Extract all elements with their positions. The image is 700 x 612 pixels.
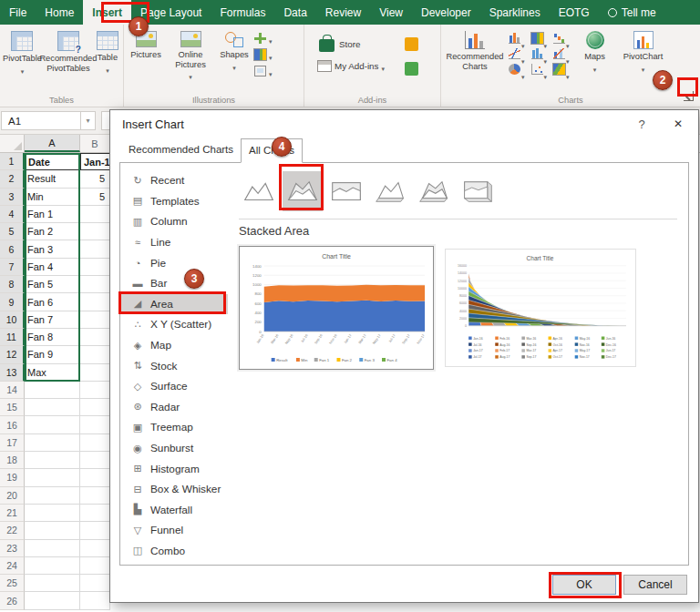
cell-column-b[interactable] (80, 399, 110, 416)
chart-type-item[interactable]: ◔ Pie (120, 252, 228, 273)
select-all-corner[interactable] (0, 135, 25, 152)
my-addins-button[interactable]: My Add-ins (317, 60, 385, 72)
chart-type-item[interactable]: ⊞ Histogram (120, 458, 228, 479)
chart-type-item[interactable]: ↻ Recent (120, 170, 228, 191)
cell-column-a[interactable]: Fan 4 (25, 259, 80, 276)
row-header[interactable]: 25 (0, 575, 25, 592)
cell-column-a[interactable] (25, 469, 80, 486)
row-header[interactable]: 16 (0, 416, 25, 434)
pivottable-button[interactable]: PivotTable (3, 28, 42, 73)
recommended-charts-button[interactable]: Recommended Charts (448, 28, 501, 71)
cell-column-a[interactable]: Fan 6 (25, 293, 80, 311)
chart-type-item[interactable]: ◫ Combo (120, 541, 228, 562)
cell-column-a[interactable]: Fan 3 (25, 240, 80, 258)
row-header[interactable]: 19 (0, 469, 25, 486)
chart-type-item[interactable]: ▙ Waterfall (120, 500, 228, 521)
cell-column-a[interactable] (25, 416, 80, 434)
cell-column-a[interactable]: Max (25, 364, 80, 382)
name-box[interactable]: A1 (1, 111, 81, 130)
cell-column-b[interactable] (80, 382, 110, 399)
row-header[interactable]: 4 (0, 206, 25, 223)
chart-type-item[interactable]: ◇ Surface (120, 376, 228, 397)
cancel-button[interactable]: Cancel (623, 575, 687, 595)
ribbon-tab[interactable]: Tell me (599, 0, 665, 25)
row-header[interactable]: 23 (0, 540, 25, 557)
cell-column-a[interactable]: Fan 5 (25, 276, 80, 293)
insert-surface-chart-button[interactable] (553, 64, 570, 75)
chart-type-item[interactable]: ≈ Line (120, 232, 228, 253)
recommended-pivottables-button[interactable]: Recommended PivotTables (44, 28, 93, 73)
chart-type-item[interactable]: ◢ Area (120, 294, 228, 315)
chart-type-item[interactable]: ▤ Templates (120, 191, 228, 212)
chart-type-item[interactable]: ⊟ Box & Whisker (120, 479, 228, 500)
cell-column-a[interactable] (25, 540, 80, 557)
3d-stacked-area-preview[interactable]: Chart Title02000400060008000100001200014… (445, 249, 636, 367)
screenshot-button[interactable] (254, 66, 273, 76)
store-button[interactable]: Store (317, 36, 385, 52)
cell-column-b[interactable] (80, 329, 110, 346)
cell-column-b[interactable] (80, 259, 110, 276)
cell-column-a[interactable]: Fan 1 (25, 206, 80, 223)
ribbon-tab[interactable]: Data (274, 0, 315, 25)
chart-type-item[interactable]: ◈ Map (120, 335, 228, 356)
insert-statistic-chart-button[interactable] (531, 48, 548, 59)
row-header[interactable]: 5 (0, 223, 25, 240)
insert-waterfall-chart-button[interactable] (553, 33, 570, 44)
row-header[interactable]: 11 (0, 329, 25, 346)
cell-column-a[interactable] (25, 382, 80, 399)
close-button[interactable]: ✕ (658, 110, 698, 138)
insert-pie-chart-button[interactable] (509, 64, 525, 75)
cell-column-b[interactable]: 5 (80, 170, 110, 188)
ribbon-tab[interactable]: Insert (83, 0, 131, 25)
cell-column-b[interactable] (80, 592, 110, 609)
pictures-button[interactable]: Pictures (127, 28, 165, 60)
cell-column-b[interactable] (80, 240, 110, 258)
insert-combo-chart-button[interactable] (553, 48, 570, 59)
row-header[interactable]: 8 (0, 276, 25, 293)
cell-column-b[interactable] (80, 206, 110, 223)
cell-column-b[interactable] (80, 557, 110, 575)
ribbon-tab[interactable]: Developer (412, 0, 480, 25)
chart-insert-mini-button[interactable] (254, 49, 273, 60)
row-header[interactable]: 24 (0, 557, 25, 575)
cell-column-a[interactable]: Fan 8 (25, 329, 80, 346)
ribbon-tab[interactable]: File (0, 0, 36, 25)
row-header[interactable]: 9 (0, 293, 25, 311)
row-header[interactable]: 26 (0, 592, 25, 609)
subtype-3d-stacked-area-icon[interactable] (414, 171, 454, 211)
stacked-area-preview[interactable]: Chart Title0200400600800100012001400Jan-… (239, 246, 434, 370)
cell-column-b[interactable] (80, 505, 110, 522)
cell-column-a[interactable] (25, 399, 80, 416)
dialog-tab[interactable]: Recommended Charts (121, 138, 241, 163)
ribbon-tab[interactable]: Review (316, 0, 370, 25)
cell-column-b[interactable] (80, 434, 110, 452)
subtype-area-icon[interactable] (239, 171, 279, 211)
column-header-b[interactable]: B (80, 135, 110, 152)
subtype-3d-area-icon[interactable] (370, 171, 410, 211)
row-header[interactable]: 10 (0, 311, 25, 329)
cell-column-a[interactable]: Fan 2 (25, 223, 80, 240)
ribbon-tab[interactable]: Home (36, 0, 83, 25)
cell-column-a[interactable] (25, 522, 80, 539)
chart-type-item[interactable]: ▽ Funnel (120, 520, 228, 541)
cell-column-b[interactable] (80, 223, 110, 240)
help-button[interactable]: ? (625, 110, 658, 138)
subtype-100-stacked-area-icon[interactable] (326, 171, 366, 211)
cell-column-a[interactable]: Fan 9 (25, 346, 80, 363)
cell-column-a[interactable] (25, 575, 80, 592)
row-header[interactable]: 15 (0, 399, 25, 416)
ribbon-tab[interactable]: Sparklines (480, 0, 550, 25)
chart-type-item[interactable]: ⊛ Radar (120, 397, 228, 418)
maps-button[interactable]: Maps (577, 28, 613, 71)
cell-column-a[interactable] (25, 505, 80, 522)
row-header[interactable]: 6 (0, 240, 25, 258)
row-header[interactable]: 1 (0, 153, 25, 170)
cell-column-b[interactable]: Jan-1 (80, 153, 110, 170)
subtype-stacked-area-icon[interactable] (283, 171, 323, 211)
cell-column-a[interactable]: Fan 7 (25, 311, 80, 329)
cell-column-b[interactable] (80, 293, 110, 311)
cell-column-b[interactable] (80, 276, 110, 293)
row-header[interactable]: 18 (0, 452, 25, 469)
cell-column-b[interactable] (80, 540, 110, 557)
cell-column-a[interactable]: Min (25, 189, 80, 206)
